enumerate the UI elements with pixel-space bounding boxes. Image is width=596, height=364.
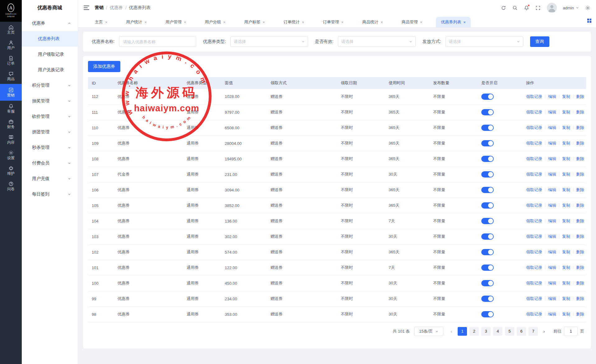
enabled-toggle[interactable] [481,202,494,209]
page-button-5[interactable]: 5 [505,327,514,336]
sidebar-item-service[interactable]: 客服 [0,101,22,116]
action-copy[interactable]: 复制 [562,94,570,99]
close-tab-icon[interactable]: × [223,20,226,24]
action-edit[interactable]: 编辑 [548,125,556,130]
page-button-6[interactable]: 6 [517,327,526,336]
valid-select[interactable]: 请选择 [338,36,416,47]
action-delete[interactable]: 删除 [576,203,584,208]
page-button-2[interactable]: 2 [469,327,479,336]
action-delete[interactable]: 删除 [576,187,584,192]
collapse-menu-icon[interactable] [84,6,89,10]
breadcrumb-item[interactable]: 优惠券列表 [129,5,151,11]
issue-method-select[interactable]: 请选择 [446,36,523,47]
search-button[interactable]: 查询 [530,36,549,47]
close-tab-icon[interactable]: × [145,20,147,24]
action-delete[interactable]: 删除 [576,94,584,99]
menu-item-sub-3[interactable]: 用户兑换记录 [22,62,78,78]
action-copy[interactable]: 复制 [562,250,570,254]
action-records[interactable]: 领取记录 [526,141,542,145]
action-copy[interactable]: 复制 [562,281,570,285]
menu-item-sub-2[interactable]: 用户领取记录 [22,47,78,62]
tab-3[interactable]: 用户分组× [200,17,231,27]
enabled-toggle[interactable] [481,140,494,146]
menu-item-group-8[interactable]: 秒杀管理 [22,140,78,155]
close-tab-icon[interactable]: × [463,20,466,24]
add-coupon-button[interactable]: 添加优惠券 [88,61,120,72]
page-button-4[interactable]: 4 [493,327,502,336]
action-edit[interactable]: 编辑 [548,296,556,301]
close-tab-icon[interactable]: × [341,20,344,24]
menu-item-group-7[interactable]: 拼团管理 [22,124,78,140]
action-delete[interactable]: 删除 [576,250,584,254]
sidebar-item-settings[interactable]: 设置 [0,147,22,163]
action-records[interactable]: 领取记录 [526,125,542,130]
action-edit[interactable]: 编辑 [548,312,556,316]
action-delete[interactable]: 删除 [576,219,584,223]
action-edit[interactable]: 编辑 [548,281,556,285]
action-records[interactable]: 领取记录 [526,312,542,316]
menu-item-group-5[interactable]: 抽奖管理 [22,93,78,109]
menu-item-group-4[interactable]: 积分管理 [22,78,78,93]
action-records[interactable]: 领取记录 [526,156,542,161]
action-edit[interactable]: 编辑 [548,141,556,145]
tab-1[interactable]: 用户统计× [121,17,152,27]
sidebar-item-marketing[interactable]: 营销 [0,84,22,101]
fullscreen-icon[interactable] [535,5,541,11]
action-delete[interactable]: 删除 [576,296,584,301]
enabled-toggle[interactable] [481,171,494,177]
close-tab-icon[interactable]: × [184,20,186,24]
menu-item-group-6[interactable]: 砍价管理 [22,109,78,124]
action-edit[interactable]: 编辑 [548,250,556,254]
action-records[interactable]: 领取记录 [526,296,542,301]
enabled-toggle[interactable] [481,249,494,255]
action-records[interactable]: 领取记录 [526,265,542,270]
refresh-icon[interactable] [501,5,506,11]
sidebar-item-maintain[interactable]: 维护 [0,163,22,178]
enabled-toggle[interactable] [481,265,494,271]
close-tab-icon[interactable]: × [262,20,265,24]
enabled-toggle[interactable] [481,94,494,100]
action-records[interactable]: 领取记录 [526,110,542,114]
action-copy[interactable]: 复制 [562,125,570,130]
action-copy[interactable]: 复制 [562,203,570,208]
sidebar-item-content[interactable]: 内容 [0,132,22,147]
goto-page-input[interactable] [564,327,578,336]
tab-7[interactable]: 商品统计× [357,17,388,27]
prev-page-button[interactable]: ‹ [448,329,455,334]
page-size-select[interactable]: 15条/页 [414,327,443,336]
close-tab-icon[interactable]: × [302,20,304,24]
notifications-bell-icon[interactable] [524,5,529,11]
enabled-toggle[interactable] [481,280,494,286]
action-edit[interactable]: 编辑 [548,203,556,208]
page-button-1[interactable]: 1 [458,327,467,336]
action-delete[interactable]: 删除 [576,312,584,316]
action-records[interactable]: 领取记录 [526,250,542,254]
action-edit[interactable]: 编辑 [548,234,556,239]
settings-gear-icon[interactable] [585,5,590,11]
action-copy[interactable]: 复制 [562,172,570,177]
coupon-name-input[interactable] [119,36,196,47]
tab-2[interactable]: 用户管理× [160,17,191,27]
action-copy[interactable]: 复制 [562,187,570,192]
action-copy[interactable]: 复制 [562,110,570,114]
action-edit[interactable]: 编辑 [548,187,556,192]
enabled-toggle[interactable] [481,233,494,240]
action-edit[interactable]: 编辑 [548,172,556,177]
close-tab-icon[interactable]: × [381,20,383,24]
close-tab-icon[interactable]: × [105,20,108,24]
sidebar-item-survey[interactable]: 问卷 [0,178,22,194]
action-copy[interactable]: 复制 [562,141,570,145]
enabled-toggle[interactable] [481,109,494,115]
action-edit[interactable]: 编辑 [548,219,556,223]
tab-9[interactable]: 优惠券列表× [436,17,471,27]
tab-0[interactable]: 主页× [90,17,113,27]
menu-item-group-9[interactable]: 付费会员 [22,155,78,171]
action-delete[interactable]: 删除 [576,110,584,114]
app-logo[interactable]: A AMERICAN DREAM [0,0,22,22]
page-button-7[interactable]: 7 [529,327,538,336]
action-edit[interactable]: 编辑 [548,94,556,99]
menu-item-sub-1[interactable]: 优惠券列表 [22,31,78,47]
action-edit[interactable]: 编辑 [548,265,556,270]
coupon-type-select[interactable]: 请选择 [230,36,308,47]
enabled-toggle[interactable] [481,311,494,317]
